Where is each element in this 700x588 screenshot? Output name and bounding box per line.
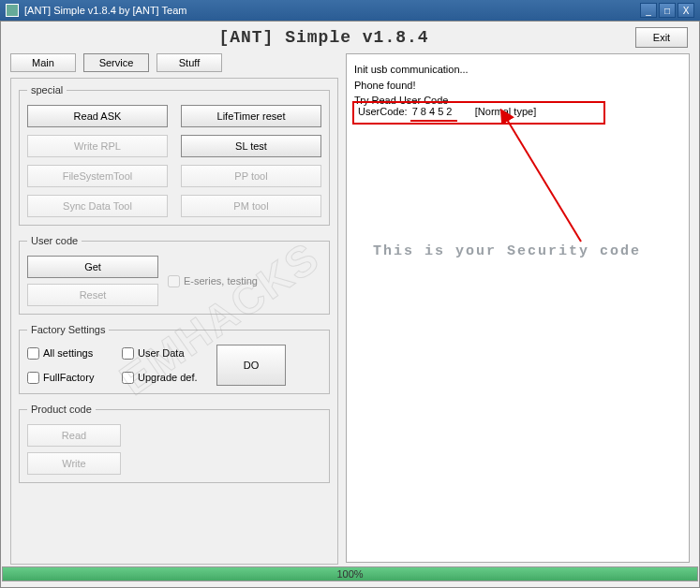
progress-fill: 100%: [3, 567, 697, 581]
pp-tool-button: PP tool: [181, 165, 321, 187]
product-code-legend: Product code: [27, 404, 96, 415]
close-button[interactable]: X: [678, 3, 694, 18]
lifetimer-reset-button[interactable]: LifeTimer reset: [181, 105, 321, 127]
pm-tool-button: PM tool: [181, 195, 321, 217]
header-row: [ANT] Simple v1.8.4 Exit: [1, 22, 699, 50]
left-panel: Main Service Stuff special Read ASK Life…: [10, 53, 338, 565]
minimize-button[interactable]: _: [640, 3, 657, 18]
progress-label: 100%: [336, 567, 363, 581]
factory-legend: Factory Settings: [27, 324, 109, 335]
window-titlebar: [ANT] Simple v1.8.4 by [ANT] Team _ □ X: [0, 0, 700, 21]
all-settings-checkbox[interactable]: [27, 347, 39, 360]
read-ask-button[interactable]: Read ASK: [27, 105, 168, 127]
window-title: [ANT] Simple v1.8.4 by [ANT] Team: [24, 5, 638, 16]
filesystem-tool-button: FileSystemTool: [27, 165, 168, 187]
log-line: Phone found!: [354, 78, 681, 94]
upgrade-def-checkbox[interactable]: [122, 372, 134, 384]
sl-test-button[interactable]: SL test: [181, 135, 321, 157]
annotation-text: This is your Security code: [373, 242, 641, 263]
maximize-button[interactable]: □: [659, 3, 676, 18]
do-button[interactable]: DO: [216, 345, 286, 386]
exit-button[interactable]: Exit: [635, 27, 688, 48]
product-code-group: Product code Read Write: [19, 404, 330, 483]
all-settings-label: All settings: [43, 347, 93, 359]
full-factory-checkbox[interactable]: [27, 372, 39, 384]
tab-service[interactable]: Service: [83, 53, 149, 72]
tab-main[interactable]: Main: [10, 53, 76, 72]
sync-data-tool-button: Sync Data Tool: [27, 195, 168, 217]
eseries-row: E-series, testing: [168, 275, 258, 287]
window-body: [ANT] Simple v1.8.4 Exit Main Service St…: [0, 21, 700, 588]
eseries-label: E-series, testing: [184, 275, 258, 287]
content-area: Main Service Stuff special Read ASK Life…: [1, 50, 699, 574]
app-icon: [6, 4, 19, 17]
special-group: special Read ASK LifeTimer reset Write R…: [19, 84, 330, 226]
write-rpl-button: Write RPL: [27, 135, 168, 157]
read-product-button: Read: [27, 424, 121, 447]
eseries-checkbox: [168, 275, 180, 287]
reset-usercode-button: Reset: [27, 284, 158, 306]
usercode-type: [Normal type]: [475, 106, 536, 117]
factory-group: Factory Settings All settings User Data …: [19, 324, 330, 394]
usercode-group: User code Get Reset E-series, testing: [19, 235, 330, 315]
tab-stuff[interactable]: Stuff: [156, 53, 222, 72]
user-data-label: User Data: [138, 347, 185, 359]
write-product-button: Write: [27, 452, 121, 475]
tabs-row: Main Service Stuff: [10, 53, 338, 72]
right-panel: Init usb communication... Phone found! T…: [346, 53, 690, 565]
special-legend: special: [27, 84, 67, 96]
log-line: Init usb communication...: [354, 62, 681, 78]
user-data-checkbox[interactable]: [122, 347, 134, 360]
log-output: Init usb communication... Phone found! T…: [346, 53, 690, 563]
usercode-value: 7 8 4 5 2: [410, 104, 458, 122]
usercode-legend: User code: [27, 235, 82, 246]
usercode-label: UserCode:: [358, 106, 408, 117]
svg-line-0: [506, 118, 581, 242]
app-title: [ANT] Simple v1.8.4: [12, 28, 635, 47]
usercode-highlight: UserCode: 7 8 4 5 2 [Normal type]: [352, 101, 605, 125]
service-panel: special Read ASK LifeTimer reset Write R…: [10, 78, 338, 565]
get-usercode-button[interactable]: Get: [27, 256, 158, 278]
progress-bar: 100%: [2, 566, 698, 581]
upgrade-def-label: Upgrade def.: [138, 372, 198, 383]
full-factory-label: FullFactory: [43, 372, 94, 383]
